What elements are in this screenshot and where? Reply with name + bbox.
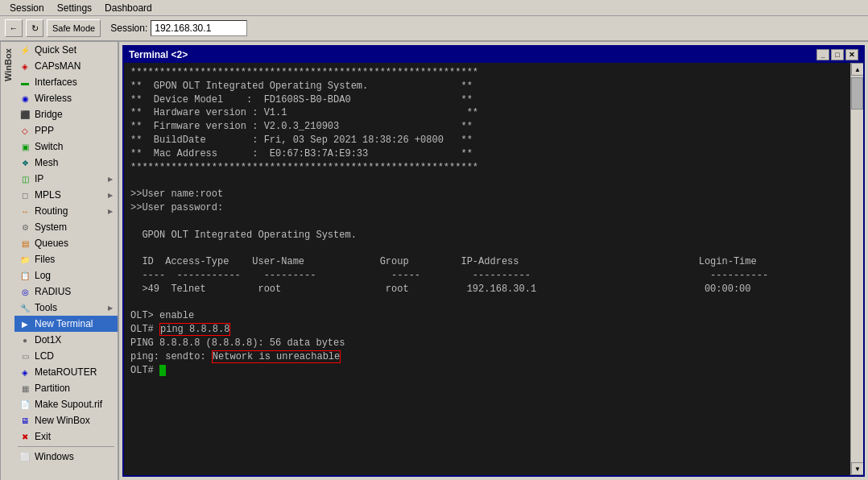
sidebar-item-partition[interactable]: ▦ Partition (14, 380, 118, 396)
scroll-down-btn[interactable]: ▼ (851, 462, 863, 475)
radius-icon: ◎ (19, 286, 31, 297)
sidebar-item-lcd[interactable]: ▭ LCD (14, 348, 118, 364)
ppp-icon: ◇ (19, 125, 31, 136)
terminal-line: ** Firmware version : V2.0.3_210903 ** (130, 120, 844, 134)
sidebar-item-switch[interactable]: ▣ Switch (14, 139, 118, 155)
safe-mode-button[interactable]: Safe Mode (47, 19, 101, 37)
sidebar-label-wireless: Wireless (35, 93, 72, 104)
sidebar-label-windows: Windows (35, 451, 74, 462)
menu-settings[interactable]: Settings (51, 2, 98, 14)
sidebar-item-queues[interactable]: ▤ Queues (14, 235, 118, 251)
metarouter-icon: ◈ (19, 366, 31, 378)
new-winbox-icon: 🖥 (19, 415, 31, 426)
switch-icon: ▣ (19, 141, 31, 152)
menu-bar: Session Settings Dashboard (0, 0, 868, 16)
terminal-content: ****************************************… (130, 66, 844, 472)
menu-session[interactable]: Session (3, 2, 51, 14)
sidebar-item-ip[interactable]: ◫ IP ▶ (14, 171, 118, 187)
mpls-icon: ◻ (19, 189, 31, 201)
sidebar-label-new-terminal: New Terminal (35, 318, 93, 329)
tools-icon: 🔧 (19, 302, 31, 313)
sidebar-item-files[interactable]: 📁 Files (14, 251, 118, 267)
dot1x-icon: ● (19, 334, 31, 346)
sidebar-label-interfaces: Interfaces (35, 77, 77, 88)
sidebar-item-mesh[interactable]: ❖ Mesh (14, 155, 118, 171)
routing-arrow: ▶ (108, 208, 113, 215)
terminal-maximize-btn[interactable]: □ (831, 49, 844, 60)
terminal-title-buttons: _ □ ✕ (816, 49, 858, 60)
terminal-line: ID Access-Type User-Name Group IP-Addres… (130, 255, 844, 269)
sidebar: ⚡ Quick Set ◈ CAPsMAN ▬ Interfaces ◉ Wir… (14, 42, 119, 480)
terminal-line: >>User password: (130, 201, 844, 215)
terminal-line (130, 215, 844, 229)
toolbar-back-btn[interactable]: ← (5, 19, 23, 37)
exit-icon: ✖ (19, 431, 31, 442)
terminal-line: PING 8.8.8.8 (8.8.8.8): 56 data bytes (130, 337, 844, 350)
sidebar-item-exit[interactable]: ✖ Exit (14, 428, 118, 445)
sidebar-label-bridge: Bridge (35, 109, 63, 120)
sidebar-item-bridge[interactable]: ⬛ Bridge (14, 106, 118, 122)
sidebar-label-radius: RADIUS (35, 286, 71, 297)
scroll-track[interactable] (851, 76, 863, 462)
terminal-close-btn[interactable]: ✕ (845, 49, 858, 60)
terminal-line (130, 242, 844, 255)
sidebar-item-new-winbox[interactable]: 🖥 New WinBox (14, 412, 118, 428)
sidebar-item-windows[interactable]: ⬜ Windows (14, 449, 118, 465)
terminal-minimize-btn[interactable]: _ (816, 49, 829, 60)
terminal-cursor (159, 365, 166, 376)
menu-dashboard[interactable]: Dashboard (98, 2, 159, 14)
sidebar-label-switch: Switch (35, 141, 63, 152)
terminal-line (130, 174, 844, 188)
terminal-scrollbar[interactable]: ▲ ▼ (850, 63, 863, 475)
sidebar-item-mpls[interactable]: ◻ MPLS ▶ (14, 187, 118, 203)
toolbar-reconnect-btn[interactable]: ↻ (26, 19, 43, 37)
sidebar-item-quick-set[interactable]: ⚡ Quick Set (14, 42, 118, 58)
sidebar-label-quick-set: Quick Set (35, 44, 76, 56)
session-label: Session: (110, 23, 147, 34)
winbox-label: WinBox (0, 42, 14, 480)
sidebar-label-exit: Exit (35, 431, 51, 442)
sidebar-item-wireless[interactable]: ◉ Wireless (14, 90, 118, 106)
terminal-line: ** GPON OLT Integrated Operating System.… (130, 80, 844, 93)
partition-icon: ▦ (19, 383, 31, 394)
terminal-window[interactable]: Terminal <2> _ □ ✕ *********************… (122, 45, 865, 477)
sidebar-item-radius[interactable]: ◎ RADIUS (14, 283, 118, 300)
sidebar-label-files: Files (35, 254, 55, 265)
scroll-thumb[interactable] (851, 77, 863, 110)
sidebar-item-routing[interactable]: ↔ Routing ▶ (14, 203, 118, 219)
new-terminal-icon: ▶ (19, 318, 31, 329)
terminal-line: GPON OLT Integrated Operating System. (130, 229, 844, 242)
quick-set-icon: ⚡ (19, 44, 31, 56)
sidebar-label-lcd: LCD (35, 350, 54, 362)
lcd-icon: ▭ (19, 350, 31, 362)
sidebar-label-mesh: Mesh (35, 157, 58, 168)
sidebar-label-system: System (35, 221, 67, 233)
sidebar-item-interfaces[interactable]: ▬ Interfaces (14, 74, 118, 90)
content-area: Terminal <2> _ □ ✕ *********************… (119, 42, 868, 480)
terminal-line: ****************************************… (130, 161, 844, 175)
sidebar-item-log[interactable]: 📋 Log (14, 267, 118, 283)
sidebar-item-dot1x[interactable]: ● Dot1X (14, 332, 118, 348)
terminal-unreachable-line: ping: sendto: Network is unreachable (130, 350, 844, 364)
terminal-line: ** Mac Address : E0:67:B3:7A:E9:33 ** (130, 147, 844, 161)
sidebar-label-capsman: CAPsMAN (35, 60, 81, 72)
sidebar-item-make-supout[interactable]: 📄 Make Supout.rif (14, 396, 118, 412)
sidebar-item-capsman[interactable]: ◈ CAPsMAN (14, 58, 118, 74)
sidebar-label-log: Log (35, 270, 51, 281)
terminal-titlebar: Terminal <2> _ □ ✕ (124, 47, 863, 63)
terminal-body[interactable]: ****************************************… (124, 63, 850, 475)
sidebar-item-new-terminal[interactable]: ▶ New Terminal (14, 316, 118, 332)
sidebar-item-metarouter[interactable]: ◈ MetaROUTER (14, 364, 118, 380)
terminal-line: ** BuildDate : Fri, 03 Sep 2021 18:38:26… (130, 134, 844, 147)
sidebar-item-tools[interactable]: 🔧 Tools ▶ (14, 300, 118, 316)
terminal-line: ** Device Model : FD1608S-B0-BDA0 ** (130, 93, 844, 107)
terminal-line (130, 296, 844, 310)
scroll-up-btn[interactable]: ▲ (851, 63, 863, 76)
sidebar-item-system[interactable]: ⚙ System (14, 219, 118, 235)
sidebar-item-ppp[interactable]: ◇ PPP (14, 122, 118, 139)
ip-arrow: ▶ (108, 176, 113, 183)
terminal-line: ---- ----------- --------- ----- -------… (130, 269, 844, 283)
session-input[interactable] (151, 20, 247, 36)
system-icon: ⚙ (19, 221, 31, 233)
mpls-arrow: ▶ (108, 192, 113, 199)
